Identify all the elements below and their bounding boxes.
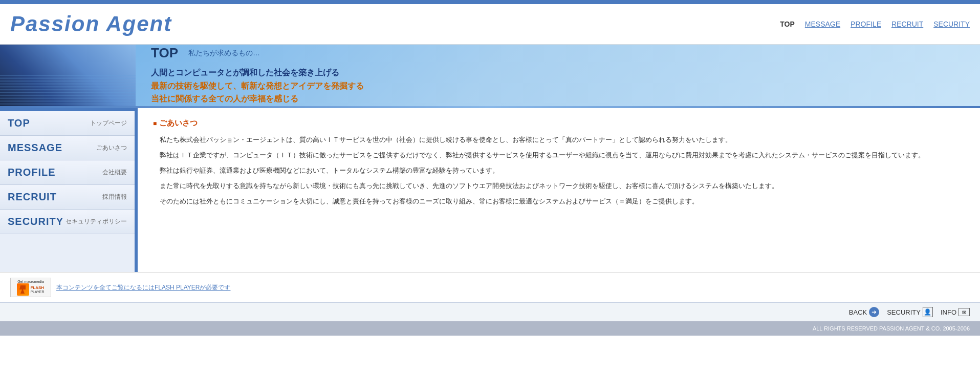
- main-content: TOP トップページ MESSAGE ごあいさつ PROFILE 会社概要 RE…: [0, 108, 980, 272]
- sidebar-item-recruit-sublabel: 採用情報: [102, 193, 127, 201]
- footer-security-label: SECURITY: [887, 308, 921, 316]
- flash-badge-player: PLAYER: [30, 290, 44, 294]
- svg-marker-0: [19, 285, 26, 294]
- footer-back-label: BACK: [849, 308, 867, 316]
- footer-info-label: INFO: [941, 308, 956, 316]
- footer-info[interactable]: INFO ✉: [941, 308, 970, 316]
- content-p2: 弊社はＩＴ企業ですが、コンピュータ（ＩＴ）技術に倣ったサービスをご提供するだけで…: [153, 150, 965, 161]
- flash-section: Get macromedia FLASH PLAYER 本コンテンツを全てご覧に…: [0, 272, 980, 302]
- footer-back[interactable]: BACK ➜: [849, 307, 879, 317]
- hero-content: TOP 私たちが求めるもの… 人間とコンピュータとが調和した社会を築き上げる 最…: [136, 45, 980, 106]
- nav-recruit[interactable]: RECRUIT: [891, 20, 923, 28]
- footer-nav: BACK ➜ SECURITY 👤 INFO ✉: [0, 302, 980, 321]
- hero-tagline-1: 人間とコンピュータとが調和した社会を築き上げる: [151, 66, 965, 79]
- greeting-title: ごあいさつ: [153, 118, 965, 128]
- site-title: Passion Agent: [10, 12, 172, 36]
- content-p3: 弊社は銀行や証券、流通業および医療機関などにおいて、トータルなシステム構築の豊富…: [153, 165, 965, 176]
- copyright-text: ALL RIGHTS RESERVED PASSION AGENT & CO. …: [813, 325, 970, 332]
- sidebar-item-profile-sublabel: 会社概要: [102, 168, 127, 177]
- info-icon: ✉: [959, 308, 970, 316]
- sidebar-item-security-label: SECURITY: [8, 216, 63, 228]
- flash-notice-link[interactable]: 本コンテンツを全てご覧になるにはFLASH PLAYERが必要です: [56, 283, 230, 292]
- hero-banner: TOP 私たちが求めるもの… 人間とコンピュータとが調和した社会を築き上げる 最…: [0, 45, 980, 106]
- sidebar-item-security[interactable]: SECURITY セキュリティポリシー: [0, 210, 135, 234]
- flash-badge-flash: FLASH: [30, 285, 44, 290]
- main-nav: TOP MESSAGE PROFILE RECRUIT SECURITY: [780, 20, 970, 28]
- content-text: 私たち株式会社パッション・エージェントは、質の高いＩＴサービスを世の中（社会）に…: [153, 134, 965, 207]
- back-icon: ➜: [869, 307, 879, 317]
- nav-top[interactable]: TOP: [780, 20, 795, 28]
- hero-title: TOP: [151, 45, 178, 61]
- flash-badge[interactable]: Get macromedia FLASH PLAYER: [10, 278, 51, 297]
- footer-security[interactable]: SECURITY 👤: [887, 307, 933, 317]
- sidebar-item-profile[interactable]: PROFILE 会社概要: [0, 160, 135, 185]
- sidebar-item-recruit[interactable]: RECRUIT 採用情報: [0, 185, 135, 210]
- sidebar-item-message[interactable]: MESSAGE ごあいさつ: [0, 136, 135, 160]
- hero-tagline-2: 最新の技術を駆使して、斬新な発想とアイデアを発掘する: [151, 79, 965, 93]
- flash-badge-get: Get macromedia: [17, 280, 44, 283]
- nav-profile[interactable]: PROFILE: [851, 20, 881, 28]
- flash-icon: [17, 283, 29, 296]
- hero-top-line: TOP 私たちが求めるもの…: [151, 45, 965, 61]
- security-icon: 👤: [923, 307, 933, 317]
- sidebar-item-profile-label: PROFILE: [8, 167, 56, 178]
- nav-message[interactable]: MESSAGE: [805, 20, 840, 28]
- content-area: ごあいさつ 私たち株式会社パッション・エージェントは、質の高いＩＴサービスを世の…: [137, 108, 980, 272]
- sidebar-item-recruit-label: RECRUIT: [8, 191, 57, 203]
- sidebar-item-message-sublabel: ごあいさつ: [96, 143, 127, 152]
- top-accent-bar: [0, 0, 980, 4]
- sidebar-item-top[interactable]: TOP トップページ: [0, 111, 135, 136]
- header: Passion Agent TOP MESSAGE PROFILE RECRUI…: [0, 4, 980, 45]
- sidebar-item-top-label: TOP: [8, 117, 30, 129]
- hero-tagline: 人間とコンピュータとが調和した社会を築き上げる 最新の技術を駆使して、斬新な発想…: [151, 66, 965, 106]
- sidebar-item-top-sublabel: トップページ: [90, 119, 127, 128]
- copyright-bar: ALL RIGHTS RESERVED PASSION AGENT & CO. …: [0, 321, 980, 336]
- hero-tagline-3: 当社に関係する全ての人が幸福を感じる: [151, 92, 965, 106]
- nav-security[interactable]: SECURITY: [933, 20, 970, 28]
- sidebar: TOP トップページ MESSAGE ごあいさつ PROFILE 会社概要 RE…: [0, 108, 136, 272]
- content-p5: そのためには社外ともにコミュニケーションを大切にし、誠意と責任を持ってお客様のニ…: [153, 196, 965, 207]
- sidebar-item-security-sublabel: セキュリティポリシー: [66, 217, 127, 226]
- hero-image: [0, 45, 136, 106]
- sidebar-item-message-label: MESSAGE: [8, 142, 62, 154]
- content-p1: 私たち株式会社パッション・エージェントは、質の高いＩＴサービスを世の中（社会）に…: [153, 134, 965, 146]
- content-p4: また常に時代を先取りする意識を持ちながら新しい環境・技術にも真っ先に挑戦していき…: [153, 180, 965, 192]
- hero-subtitle: 私たちが求めるもの…: [188, 49, 260, 58]
